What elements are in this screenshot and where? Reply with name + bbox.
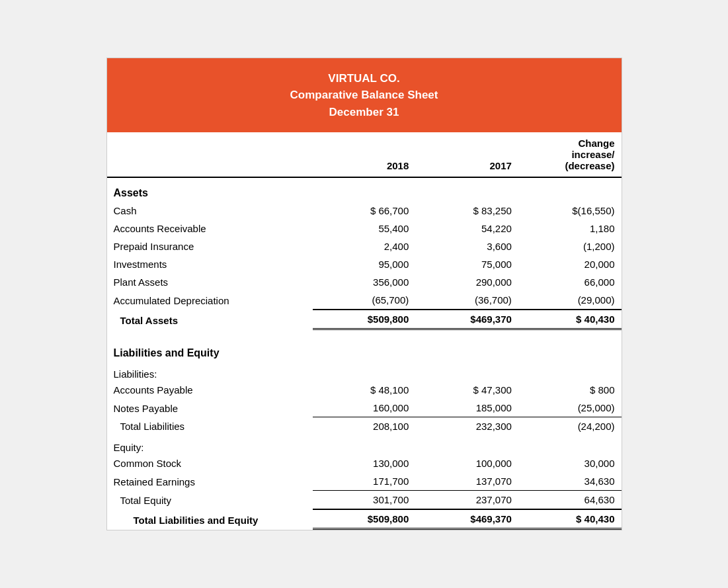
cash-change: $(16,550) <box>518 202 622 220</box>
retained-earnings-2018: 171,700 <box>313 472 416 491</box>
plant-2017: 290,000 <box>415 273 518 291</box>
total-le-2017: $469,370 <box>415 509 518 529</box>
table-row: Retained Earnings 171,700 137,070 34,630 <box>107 472 622 491</box>
spacer-row <box>107 329 622 339</box>
total-liabilities-change: (24,200) <box>518 417 622 436</box>
liabilities-sub-label: Liabilities: <box>107 362 622 381</box>
prepaid-2017: 3,600 <box>415 237 518 255</box>
common-stock-2018: 130,000 <box>313 454 416 472</box>
assets-label: Assets <box>107 177 622 202</box>
col-label-header <box>107 132 313 177</box>
investments-change: 20,000 <box>518 255 622 273</box>
ap-2018: $ 48,100 <box>313 381 416 399</box>
np-label: Notes Payable <box>107 399 313 417</box>
total-liabilities-equity-label: Total Liabilities and Equity <box>107 509 313 529</box>
total-liabilities-2018: 208,100 <box>313 417 416 436</box>
table-row: Prepaid Insurance 2,400 3,600 (1,200) <box>107 237 622 255</box>
total-assets-change: $ 40,430 <box>518 310 622 329</box>
total-liabilities-2017: 232,300 <box>415 417 518 436</box>
common-stock-change: 30,000 <box>518 454 622 472</box>
equity-sub-header: Equity: <box>107 435 622 454</box>
liabilities-equity-label: Liabilities and Equity <box>107 338 622 362</box>
table-row: Plant Assets 356,000 290,000 66,000 <box>107 273 622 291</box>
report-date: December 31 <box>114 104 615 121</box>
investments-2018: 95,000 <box>313 255 416 273</box>
np-2017: 185,000 <box>415 399 518 417</box>
ar-label: Accounts Receivable <box>107 220 313 237</box>
col-change-header: Changeincrease/(decrease) <box>518 132 622 177</box>
assets-section-header: Assets <box>107 177 622 202</box>
investments-label: Investments <box>107 255 313 273</box>
total-liabilities-row: Total Liabilities 208,100 232,300 (24,20… <box>107 417 622 436</box>
total-assets-2017: $469,370 <box>415 310 518 329</box>
company-name: VIRTUAL CO. <box>114 70 615 87</box>
report-title: Comparative Balance Sheet <box>114 87 615 104</box>
table-row: Accounts Receivable 55,400 54,220 1,180 <box>107 220 622 237</box>
table-header: VIRTUAL CO. Comparative Balance Sheet De… <box>107 58 622 133</box>
accum-dep-2017: (36,700) <box>415 291 518 310</box>
total-equity-2017: 237,070 <box>415 491 518 510</box>
cash-2018: $ 66,700 <box>313 202 416 220</box>
cash-label: Cash <box>107 202 313 220</box>
col-2017-header: 2017 <box>415 132 518 177</box>
prepaid-label: Prepaid Insurance <box>107 237 313 255</box>
plant-label: Plant Assets <box>107 273 313 291</box>
plant-change: 66,000 <box>518 273 622 291</box>
total-equity-row: Total Equity 301,700 237,070 64,630 <box>107 491 622 510</box>
np-change: (25,000) <box>518 399 622 417</box>
liabilities-equity-section-header: Liabilities and Equity <box>107 338 622 362</box>
equity-sub-label: Equity: <box>107 435 622 454</box>
total-le-change: $ 40,430 <box>518 509 622 529</box>
table-row: Cash $ 66,700 $ 83,250 $(16,550) <box>107 202 622 220</box>
ar-change: 1,180 <box>518 220 622 237</box>
col-2018-header: 2018 <box>313 132 416 177</box>
retained-earnings-change: 34,630 <box>518 472 622 491</box>
column-headers: 2018 2017 Changeincrease/(decrease) <box>107 132 622 177</box>
plant-2018: 356,000 <box>313 273 416 291</box>
total-assets-2018: $509,800 <box>313 310 416 329</box>
retained-earnings-2017: 137,070 <box>415 472 518 491</box>
table-row: Investments 95,000 75,000 20,000 <box>107 255 622 273</box>
prepaid-change: (1,200) <box>518 237 622 255</box>
table-row: Notes Payable 160,000 185,000 (25,000) <box>107 399 622 417</box>
total-equity-change: 64,630 <box>518 491 622 510</box>
prepaid-2018: 2,400 <box>313 237 416 255</box>
total-equity-2018: 301,700 <box>313 491 416 510</box>
total-liabilities-equity-row: Total Liabilities and Equity $509,800 $4… <box>107 509 622 529</box>
common-stock-label: Common Stock <box>107 454 313 472</box>
total-le-2018: $509,800 <box>313 509 416 529</box>
ar-2018: 55,400 <box>313 220 416 237</box>
accum-dep-label: Accumulated Depreciation <box>107 291 313 310</box>
balance-sheet-container: VIRTUAL CO. Comparative Balance Sheet De… <box>106 58 622 531</box>
ap-label: Accounts Payable <box>107 381 313 399</box>
table-row: Accumulated Depreciation (65,700) (36,70… <box>107 291 622 310</box>
ap-change: $ 800 <box>518 381 622 399</box>
table-row: Accounts Payable $ 48,100 $ 47,300 $ 800 <box>107 381 622 399</box>
np-2018: 160,000 <box>313 399 416 417</box>
total-assets-row: Total Assets $509,800 $469,370 $ 40,430 <box>107 310 622 329</box>
common-stock-2017: 100,000 <box>415 454 518 472</box>
ar-2017: 54,220 <box>415 220 518 237</box>
investments-2017: 75,000 <box>415 255 518 273</box>
ap-2017: $ 47,300 <box>415 381 518 399</box>
table-row: Common Stock 130,000 100,000 30,000 <box>107 454 622 472</box>
liabilities-sub-header: Liabilities: <box>107 362 622 381</box>
total-equity-label: Total Equity <box>107 491 313 510</box>
retained-earnings-label: Retained Earnings <box>107 472 313 491</box>
total-assets-label: Total Assets <box>107 310 313 329</box>
accum-dep-2018: (65,700) <box>313 291 416 310</box>
cash-2017: $ 83,250 <box>415 202 518 220</box>
accum-dep-change: (29,000) <box>518 291 622 310</box>
total-liabilities-label: Total Liabilities <box>107 417 313 436</box>
